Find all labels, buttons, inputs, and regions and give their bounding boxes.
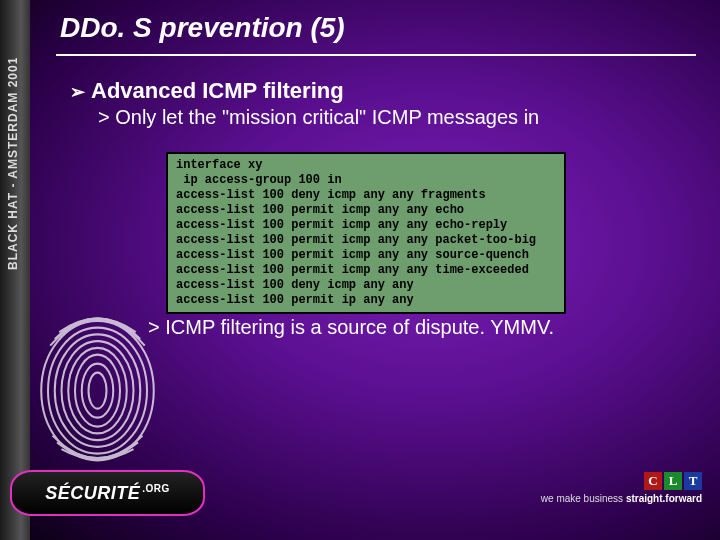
fingerprint-graphic — [30, 300, 165, 470]
clt-tagline-pre: we make business — [541, 493, 626, 504]
title-underline — [56, 54, 696, 56]
clt-l-box: L — [664, 472, 682, 490]
logo-suffix: .ORG — [142, 483, 170, 494]
clt-t-box: T — [684, 472, 702, 490]
logo-name: SÉCURITÉ — [45, 483, 140, 503]
svg-point-7 — [89, 373, 107, 409]
heading-text: Advanced ICMP filtering — [91, 78, 344, 103]
content-area: ➢Advanced ICMP filtering > Only let the … — [70, 78, 690, 129]
chevron-icon: > — [98, 106, 115, 128]
clt-logo: C L T we make business straight.forward — [541, 472, 702, 504]
svg-point-1 — [48, 328, 147, 454]
svg-point-3 — [62, 341, 134, 440]
slide: BLACK HAT - AMSTERDAM 2001 DDo. S preven… — [0, 0, 720, 540]
page-title: DDo. S prevention (5) — [60, 12, 345, 44]
clt-tagline-bold: straight.forward — [626, 493, 702, 504]
footnote-line: > ICMP filtering is a source of dispute.… — [148, 316, 554, 339]
left-strip-label: BLACK HAT - AMSTERDAM 2001 — [6, 57, 20, 270]
code-block: interface xy ip access-group 100 in acce… — [166, 152, 566, 314]
clt-c-box: C — [644, 472, 662, 490]
subheading-line: > Only let the "mission critical" ICMP m… — [98, 106, 690, 129]
heading-line: ➢Advanced ICMP filtering — [70, 78, 690, 104]
clt-tagline: we make business straight.forward — [541, 493, 702, 504]
arrow-icon: ➢ — [70, 81, 85, 103]
subheading-text: Only let the "mission critical" ICMP mes… — [115, 106, 539, 128]
footnote-text: ICMP filtering is a source of dispute. Y… — [165, 316, 554, 338]
svg-point-4 — [68, 348, 127, 434]
securite-logo: SÉCURITÉ.ORG — [10, 470, 205, 516]
